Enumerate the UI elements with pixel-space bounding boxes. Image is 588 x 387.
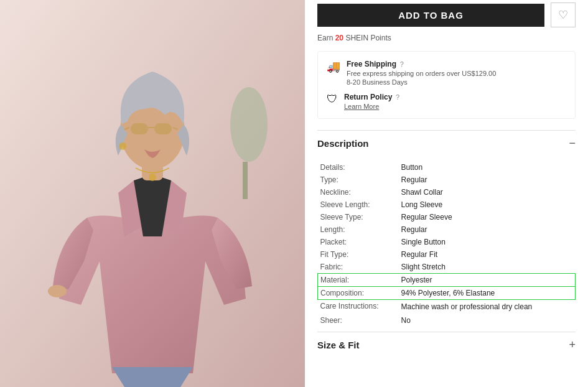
svg-rect-6 — [131, 123, 148, 134]
desc-value: Shawl Collar — [399, 186, 576, 198]
desc-label: Composition: — [318, 287, 399, 300]
svg-rect-3 — [243, 162, 248, 199]
product-image — [0, 0, 305, 387]
desc-value: Regular — [399, 223, 576, 236]
svg-rect-7 — [154, 123, 172, 134]
desc-value: Regular — [399, 174, 576, 186]
svg-point-11 — [119, 142, 126, 150]
table-row: Composition:94% Polyester, 6% Elastane — [318, 287, 576, 300]
desc-value: No — [399, 314, 576, 327]
table-row: Material:Polyester — [318, 274, 576, 287]
shipping-line2: 8-20 Business Days — [347, 78, 496, 86]
add-to-bag-button[interactable]: ADD TO BAG — [317, 4, 544, 27]
table-row: Neckline:Shawl Collar — [318, 186, 576, 198]
desc-value: 94% Polyester, 6% Elastane — [399, 287, 576, 300]
desc-value: Slight Stretch — [399, 261, 576, 274]
return-policy-info: 🛡 Return Policy ? Learn More — [327, 92, 566, 111]
size-fit-section-header: Size & Fit + — [317, 332, 576, 358]
desc-label: Sleeve Length: — [318, 198, 399, 211]
desc-value: Regular Fit — [399, 248, 576, 261]
desc-label: Details: — [318, 161, 399, 174]
points-number: 20 — [335, 34, 343, 42]
description-section-header: Description − — [317, 130, 576, 156]
desc-label: Material: — [318, 274, 399, 287]
desc-value: Long Sleeve — [399, 198, 576, 211]
desc-label: Neckline: — [318, 186, 399, 198]
table-row: Sleeve Length:Long Sleeve — [318, 198, 576, 211]
svg-point-13 — [48, 285, 67, 297]
table-row: Sheer:No — [318, 314, 576, 327]
table-row: Fabric:Slight Stretch — [318, 261, 576, 274]
table-row: Placket:Single Button — [318, 236, 576, 248]
points-suffix: SHEIN Points — [343, 34, 391, 42]
size-fit-title: Size & Fit — [317, 340, 360, 350]
desc-label: Length: — [318, 223, 399, 236]
desc-value: Regular Sleeve — [399, 211, 576, 223]
return-title: Return Policy — [344, 93, 392, 101]
desc-value: Button — [399, 161, 576, 174]
description-title: Description — [317, 138, 369, 149]
wishlist-button[interactable]: ♡ — [551, 2, 576, 27]
table-row: Details:Button — [318, 161, 576, 174]
desc-label: Fabric: — [318, 261, 399, 274]
learn-more-link[interactable]: Learn More — [344, 103, 379, 110]
shipping-info: 🚚 Free Shipping ? Free express shipping … — [327, 59, 566, 86]
desc-label: Sleeve Type: — [318, 211, 399, 223]
product-details-panel: ADD TO BAG ♡ Earn 20 SHEIN Points 🚚 Free… — [305, 0, 588, 387]
return-question[interactable]: ? — [396, 93, 399, 101]
desc-value: Machine wash or professional dry clean — [399, 300, 576, 314]
desc-label: Placket: — [318, 236, 399, 248]
shipping-line1: Free express shipping on orders over US$… — [347, 70, 496, 77]
table-row: Type:Regular — [318, 174, 576, 186]
description-table: Details:ButtonType:RegularNeckline:Shawl… — [317, 161, 576, 327]
svg-point-12 — [149, 174, 156, 181]
table-row: Sleeve Type:Regular Sleeve — [318, 211, 576, 223]
info-section: 🚚 Free Shipping ? Free express shipping … — [317, 51, 576, 119]
shipping-icon: 🚚 — [327, 60, 340, 73]
svg-point-2 — [230, 87, 268, 162]
shipping-question[interactable]: ? — [400, 60, 404, 68]
table-row: Care Instructions:Machine wash or profes… — [318, 300, 576, 314]
add-to-bag-row: ADD TO BAG ♡ — [317, 0, 576, 27]
table-row: Fit Type:Regular Fit — [318, 248, 576, 261]
desc-value: Single Button — [399, 236, 576, 248]
return-icon: 🛡 — [327, 93, 338, 106]
product-image-panel — [0, 0, 305, 387]
size-fit-toggle[interactable]: + — [569, 338, 576, 352]
table-row: Length:Regular — [318, 223, 576, 236]
shipping-title: Free Shipping — [347, 60, 396, 68]
desc-label: Fit Type: — [318, 248, 399, 261]
desc-label: Sheer: — [318, 314, 399, 327]
desc-label: Type: — [318, 174, 399, 186]
desc-label: Care Instructions: — [318, 300, 399, 314]
points-prefix: Earn — [317, 34, 335, 42]
points-row: Earn 20 SHEIN Points — [317, 34, 576, 42]
desc-value: Polyester — [399, 274, 576, 287]
description-toggle[interactable]: − — [569, 137, 576, 150]
